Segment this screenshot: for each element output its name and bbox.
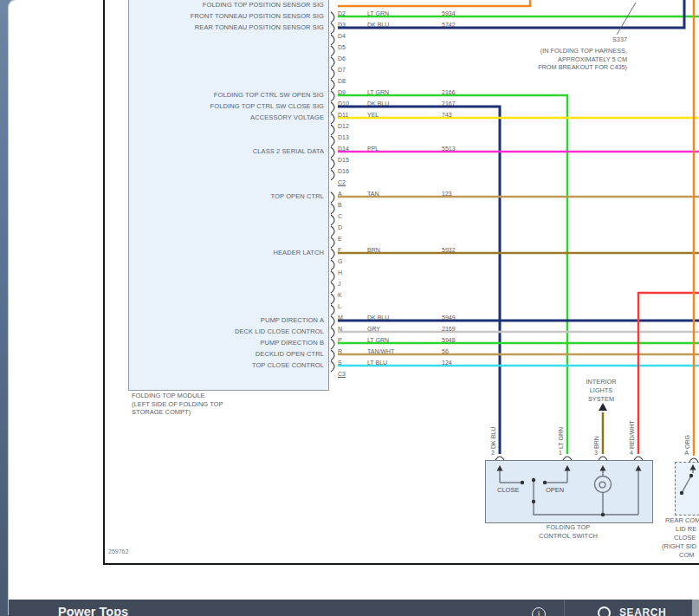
pin-label: P [338, 337, 342, 343]
pin-label: K [338, 292, 342, 298]
wire-circuit-label: 5742 [442, 22, 456, 28]
wire-color-label: BRN [367, 247, 380, 253]
rear-switch-caption-line: CLOSE [674, 534, 696, 541]
search-icon [598, 606, 611, 616]
pin-label: D15 [338, 157, 349, 163]
wire-circuit-label: 56 [442, 348, 449, 354]
module-caption-line: (LEFT SIDE OF FOLDING TOP [132, 400, 223, 408]
pin-label: D16 [338, 168, 349, 174]
signal-label: DECK LID CLOSE CONTROL [130, 327, 324, 335]
pin-label: S [338, 360, 342, 366]
rear-switch-caption-line: (RIGHT SID [662, 542, 696, 550]
wire-color-label: GRY [367, 326, 380, 332]
pin-label: D7 [338, 67, 346, 73]
info-icon[interactable]: i [532, 607, 546, 616]
pin-label: D3 [338, 22, 346, 28]
wire-circuit-label: 5513 [442, 146, 456, 152]
diagram-text-layer: 259762 CLOSE OPEN FOLDING TOP POSITION S… [0, 0, 699, 616]
pin-label: D8 [338, 78, 346, 84]
pin-label: D11 [338, 112, 348, 118]
pin-label: G [338, 258, 342, 264]
offpage-arrow-icon [599, 403, 607, 411]
pin-label: H [338, 269, 342, 276]
wire-circuit-label: 2167 [442, 101, 456, 107]
signal-label: REAR TONNEAU POSITION SENSOR SIG [130, 23, 324, 31]
wire-color-label: PPL [367, 146, 379, 152]
signal-label: FOLDING TOP POSITION SENSOR SIG [130, 1, 324, 9]
rear-switch-caption-line: COM [679, 551, 695, 559]
signal-label: ACCESSORY VOLTAGE [130, 113, 324, 121]
pin-label: D10 [338, 101, 349, 107]
pin-label: D9 [338, 89, 346, 95]
wire-circuit-label: 5949 [442, 314, 456, 321]
wire-color-label: LT GRN [367, 337, 389, 343]
signal-label: TOP OPEN CTRL [130, 192, 324, 200]
pin-number: A [678, 450, 689, 456]
wire-color-label: DK BLU [367, 101, 389, 107]
pin-label: D14 [338, 146, 349, 152]
module-caption-line: FOLDING TOP MODULE [132, 392, 205, 399]
splice-note-line: FROM BREAKOUT FOR C435) [520, 63, 627, 71]
wire-circuit-label: 123 [442, 191, 452, 197]
pin-label: R [338, 348, 342, 354]
pin-label: N [338, 326, 342, 332]
info-button[interactable]: i [529, 603, 555, 616]
search-label: SEARCH [619, 606, 666, 616]
switch-caption-line: FOLDING TOP [502, 523, 634, 531]
pin-label: C [338, 213, 342, 219]
pin-label: D [338, 224, 342, 230]
wire-color-label: DK BLU [367, 314, 389, 321]
wire-circuit-label: 2166 [442, 89, 456, 95]
pin-number: 2 [484, 450, 495, 456]
pin-label: B [338, 202, 342, 208]
wire-circuit-label: 5934 [442, 10, 456, 16]
wire-circuit-label: 124 [442, 360, 452, 366]
interior-lights-label: SYSTEM [575, 395, 627, 403]
pin-label: D4 [338, 33, 346, 39]
pin-label: D2 [338, 10, 346, 16]
pin-label: D13 [338, 134, 349, 140]
wire-circuit-label: 5932 [442, 247, 456, 253]
sheet-number: 259762 [108, 548, 128, 554]
signal-label: FRONT TONNEAU POSITION SENSOR SIG [130, 12, 324, 20]
wire-color-label: LT GRN [367, 89, 389, 95]
pin-label: J [338, 281, 341, 287]
footer-title: Power Tops [58, 605, 128, 616]
pin-label: A [338, 191, 342, 197]
wire-color-label: LT BLU [367, 360, 387, 366]
wiring-diagram-page: 259762 CLOSE OPEN FOLDING TOP POSITION S… [0, 0, 699, 616]
module-caption-line: STORAGE COMPT) [132, 408, 191, 416]
pin-label: D6 [338, 55, 346, 62]
wire-color-label-vertical: DK BLU [490, 427, 496, 449]
interior-lights-label: LIGHTS [575, 386, 627, 394]
rear-switch-caption-line: REAR COM [665, 516, 699, 524]
scrollbar[interactable] [692, 600, 699, 616]
pin-number: 4 [623, 450, 633, 456]
switch-open-label: OPEN [546, 486, 564, 494]
wire-color-label-vertical: RED/WHT [629, 420, 635, 449]
wire-circuit-label: 5948 [442, 337, 456, 343]
pin-label: D5 [338, 44, 346, 50]
search-button[interactable]: SEARCH [589, 600, 684, 616]
switch-close-label: CLOSE [497, 486, 519, 494]
pin-label: F [338, 247, 341, 253]
rear-switch-caption-line: LID RE [676, 525, 696, 533]
interior-lights-label: INTERIOR [575, 378, 627, 386]
pin-label: D12 [338, 123, 349, 129]
pin-label: C3 [338, 371, 346, 377]
wire-color-label-vertical: LT GRN [558, 427, 564, 449]
wire-color-label: TAN/WHT [367, 348, 394, 354]
signal-label: FOLDING TOP CTRL SW OPEN SIG [130, 91, 324, 99]
pin-number: 1 [552, 450, 562, 456]
pin-label: C2 [338, 179, 346, 185]
wire-circuit-label: 743 [442, 112, 452, 118]
signal-label: PUMP DIRECTION A [130, 316, 324, 324]
footer-bar: Power Tops i SEARCH [9, 600, 699, 616]
wire-color-label: YEL [367, 112, 379, 118]
signal-label: TOP CLOSE CONTROL [130, 361, 324, 369]
wire-color-label-vertical: ORG [684, 435, 690, 449]
wire-color-label: DK BLU [367, 22, 389, 28]
wire-color-label: TAN [367, 191, 379, 197]
wire-circuit-label: 2169 [442, 326, 456, 332]
pin-label: M [338, 314, 343, 321]
